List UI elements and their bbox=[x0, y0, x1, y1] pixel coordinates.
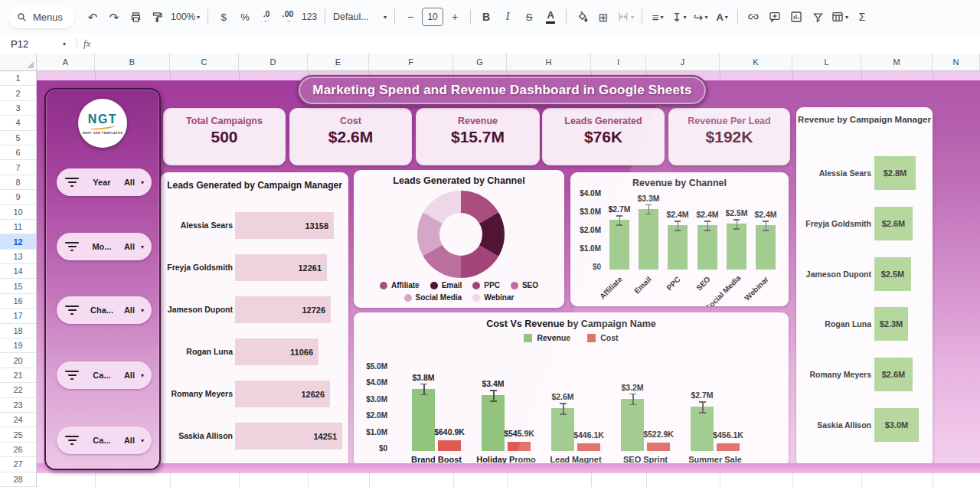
kpi-card-revenue[interactable]: Revenue$15.7M bbox=[416, 108, 540, 165]
undo-button[interactable]: ↶ bbox=[83, 6, 103, 28]
row-header-25[interactable]: 25 bbox=[0, 427, 36, 442]
filter-pill-ca[interactable]: Ca...All▾ bbox=[57, 361, 152, 389]
error-bar-cap bbox=[733, 228, 740, 230]
row-header-5[interactable]: 5 bbox=[0, 131, 36, 145]
cell-area[interactable]: Marketing Spend and Revenue Dashboard in… bbox=[37, 71, 980, 487]
select-all-corner[interactable] bbox=[0, 54, 37, 70]
row-header-8[interactable]: 8 bbox=[0, 175, 36, 190]
filter-sidebar[interactable]: NGT NEXT GEN TEMPLATES YearAll▾Mo...All▾… bbox=[44, 88, 161, 470]
column-header-N[interactable]: N bbox=[933, 54, 980, 70]
row-header-23[interactable]: 23 bbox=[0, 398, 36, 413]
fill-color-button[interactable] bbox=[572, 6, 592, 28]
column-header-L[interactable]: L bbox=[792, 54, 861, 70]
menus-button[interactable]: Menus bbox=[8, 5, 75, 28]
paint-format-button[interactable] bbox=[147, 6, 167, 28]
row-header-3[interactable]: 3 bbox=[0, 101, 36, 116]
print-button[interactable] bbox=[126, 6, 145, 28]
merge-cells-button[interactable]: ▾ bbox=[615, 6, 636, 28]
chart-cost-vs-revenue[interactable]: Cost Vs Revenue by Campaign Name Revenue… bbox=[354, 312, 789, 467]
row-header-11[interactable]: 11 bbox=[0, 220, 36, 234]
dashboard-title-banner[interactable]: Marketing Spend and Revenue Dashboard in… bbox=[297, 75, 707, 106]
column-header-B[interactable]: B bbox=[95, 54, 170, 70]
text-rotation-button[interactable]: A ▾ bbox=[712, 6, 732, 28]
formula-input[interactable] bbox=[90, 34, 980, 54]
text-color-button[interactable]: A bbox=[541, 6, 560, 28]
row-header-27[interactable]: 27 bbox=[0, 457, 36, 472]
kpi-card-revenue-per-lead[interactable]: Revenue Per Lead$192K bbox=[668, 108, 790, 165]
column-header-F[interactable]: F bbox=[369, 54, 453, 70]
functions-button[interactable]: Σ bbox=[852, 6, 872, 28]
decrease-decimal-button[interactable]: .0← bbox=[256, 6, 276, 28]
column-header-A[interactable]: A bbox=[37, 54, 95, 70]
row-header-1[interactable]: 1 bbox=[0, 71, 36, 86]
strikethrough-button[interactable]: S bbox=[519, 6, 539, 28]
row-header-21[interactable]: 21 bbox=[0, 368, 36, 383]
font-size-input[interactable]: 10 bbox=[422, 8, 443, 26]
row-header-9[interactable]: 9 bbox=[0, 190, 36, 204]
increase-font-size-button[interactable]: + bbox=[445, 6, 465, 28]
kpi-card-total-campaigns[interactable]: Total Campaigns500 bbox=[163, 108, 286, 165]
format-percent-button[interactable]: % bbox=[235, 6, 255, 28]
cost-bar bbox=[438, 440, 461, 451]
row-header-15[interactable]: 15 bbox=[0, 279, 36, 293]
row-header-28[interactable]: 28 bbox=[0, 472, 36, 487]
column-header-K[interactable]: K bbox=[720, 54, 792, 70]
zoom-select[interactable]: 100% ▾ bbox=[168, 6, 202, 28]
insert-link-button[interactable] bbox=[743, 6, 763, 28]
column-header-G[interactable]: G bbox=[453, 54, 507, 70]
filter-pill-year[interactable]: YearAll▾ bbox=[57, 168, 152, 196]
more-formats-button[interactable]: 123 bbox=[299, 6, 319, 28]
font-select[interactable]: Defaul... ▾ bbox=[331, 6, 389, 28]
row-header-18[interactable]: 18 bbox=[0, 324, 36, 338]
kpi-label: Cost bbox=[340, 116, 361, 126]
italic-button[interactable]: I bbox=[498, 6, 518, 28]
row-header-7[interactable]: 7 bbox=[0, 160, 36, 175]
text-wrap-button[interactable]: ↪ ▾ bbox=[691, 6, 710, 28]
column-header-E[interactable]: E bbox=[308, 54, 369, 70]
create-filter-button[interactable] bbox=[808, 6, 828, 28]
row-header-12[interactable]: 12 bbox=[0, 234, 36, 249]
chart-revenue-by-channel[interactable]: Revenue by Channel $4.0M$3.0M$2.0M$1.0M$… bbox=[570, 172, 789, 306]
column-header-M[interactable]: M bbox=[861, 54, 933, 70]
insert-chart-button[interactable] bbox=[786, 6, 806, 28]
chart-leads-by-channel[interactable]: Leads Generated by Channel AffiliateEmai… bbox=[354, 170, 564, 308]
row-header-16[interactable]: 16 bbox=[0, 294, 36, 309]
chart-revenue-by-manager[interactable]: Revenue by Campaign Manager Alessia Sear… bbox=[796, 107, 933, 467]
row-header-20[interactable]: 20 bbox=[0, 353, 36, 368]
row-header-17[interactable]: 17 bbox=[0, 309, 36, 323]
row-header-2[interactable]: 2 bbox=[0, 86, 36, 100]
column-header-I[interactable]: I bbox=[591, 54, 646, 70]
decrease-font-size-button[interactable]: − bbox=[400, 6, 420, 28]
row-header-10[interactable]: 10 bbox=[0, 205, 36, 220]
row-header-19[interactable]: 19 bbox=[0, 338, 36, 353]
row-header-14[interactable]: 14 bbox=[0, 264, 36, 279]
borders-button[interactable]: ⊞ bbox=[593, 6, 613, 28]
column-header-D[interactable]: D bbox=[239, 54, 308, 70]
horizontal-align-button[interactable]: ≡ ▾ bbox=[648, 6, 668, 28]
format-currency-button[interactable]: $ bbox=[214, 6, 234, 28]
kpi-card-cost[interactable]: Cost$2.6M bbox=[289, 108, 412, 165]
column-header-C[interactable]: C bbox=[170, 54, 239, 70]
filter-pill-cha[interactable]: Cha...All▾ bbox=[57, 296, 152, 324]
dashboard-canvas[interactable]: Marketing Spend and Revenue Dashboard in… bbox=[37, 80, 980, 473]
increase-decimal-button[interactable]: .00→ bbox=[278, 6, 298, 28]
column-header-J[interactable]: J bbox=[646, 54, 720, 70]
insert-comment-button[interactable] bbox=[765, 6, 785, 28]
table-views-button[interactable]: ▾ bbox=[829, 6, 851, 28]
redo-button[interactable]: ↷ bbox=[104, 6, 124, 28]
row-header-26[interactable]: 26 bbox=[0, 443, 36, 457]
filter-pill-mo[interactable]: Mo...All▾ bbox=[57, 233, 152, 260]
row-header-22[interactable]: 22 bbox=[0, 383, 36, 397]
row-header-24[interactable]: 24 bbox=[0, 413, 36, 427]
name-box[interactable]: P12 ▾ bbox=[0, 38, 70, 50]
kpi-card-leads-generated[interactable]: Leads Generated$76K bbox=[542, 108, 665, 165]
bold-button[interactable]: B bbox=[476, 6, 496, 28]
chart-leads-by-manager[interactable]: Leads Generated by Campaign Manager Ales… bbox=[161, 172, 348, 469]
filter-pill-ca[interactable]: Ca...All▾ bbox=[57, 427, 152, 454]
column-header-H[interactable]: H bbox=[507, 54, 591, 70]
ngt-logo[interactable]: NGT NEXT GEN TEMPLATES bbox=[78, 99, 127, 148]
row-header-13[interactable]: 13 bbox=[0, 250, 36, 264]
vertical-align-button[interactable]: ↧ ▾ bbox=[669, 6, 689, 28]
row-header-6[interactable]: 6 bbox=[0, 145, 36, 160]
row-header-4[interactable]: 4 bbox=[0, 116, 36, 130]
